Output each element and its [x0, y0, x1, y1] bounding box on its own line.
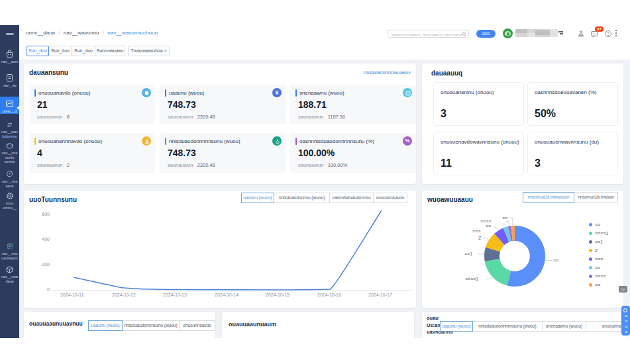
- svg-text:≡≡: ≡≡: [502, 216, 507, 220]
- svg-text:≡≡1: ≡≡1: [464, 251, 472, 256]
- svg-text:≡≡: ≡≡: [553, 258, 558, 263]
- svg-text:≡≡≡≡: ≡≡≡≡: [480, 219, 491, 224]
- svg-text:≡≡: ≡≡: [486, 224, 491, 228]
- svg-text:≡≡≡≡1: ≡≡≡≡1: [465, 277, 478, 281]
- svg-text:Z: Z: [478, 236, 482, 240]
- svg-text:≡≡≡: ≡≡≡: [472, 229, 480, 234]
